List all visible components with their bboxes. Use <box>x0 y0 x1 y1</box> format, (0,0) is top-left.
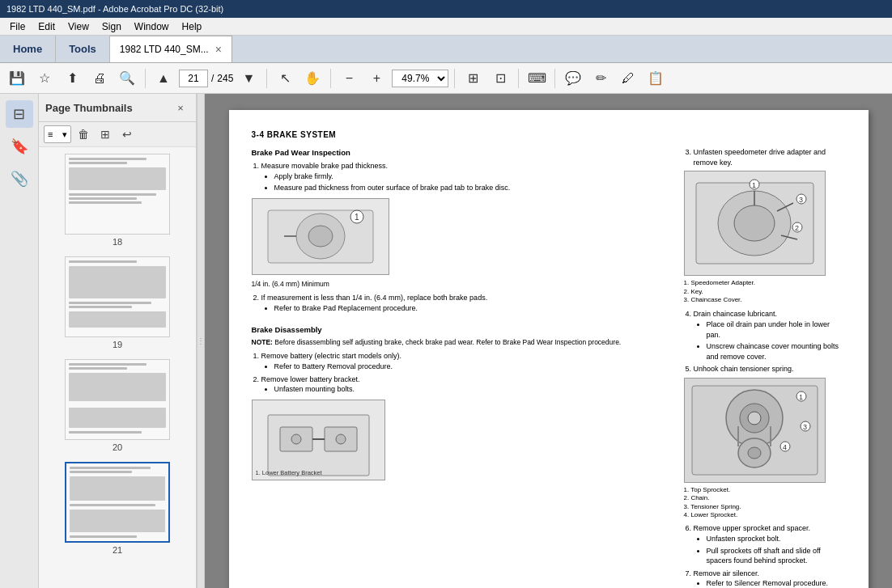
brake-steps-continued: If measurement is less than 1/4 in. (6.4… <box>252 293 668 313</box>
right-col-steps: Unfasten speedometer drive adapter and r… <box>684 147 846 167</box>
right-step-6: Remove upper sprocket and spacer. Unfast… <box>694 523 846 565</box>
thumbnails-header: Page Thumbnails × <box>39 94 196 122</box>
thumbnails-list: 18 19 <box>39 147 196 588</box>
keyboard-button[interactable]: ⌨ <box>525 67 549 90</box>
resize-handle[interactable]: ⋮ <box>197 94 205 588</box>
lower-battery-label: 1. Lower Battery Bracket <box>256 469 322 478</box>
svg-point-14 <box>734 205 775 241</box>
right-col-steps-2: Drain chaincase lubricant. Place oil dra… <box>684 309 846 374</box>
menu-window[interactable]: Window <box>128 19 176 34</box>
zoom-in-button[interactable]: + <box>364 67 389 90</box>
menu-sign[interactable]: Sign <box>96 19 128 34</box>
tab-tools[interactable]: Tools <box>56 36 110 62</box>
page-separator: / <box>211 73 214 84</box>
save-button[interactable]: 💾 <box>5 67 29 90</box>
marquee-zoom-button[interactable]: ⊡ <box>488 67 512 90</box>
svg-point-27 <box>748 412 761 425</box>
disassembly-steps: Remove battery (electric start models on… <box>252 351 668 394</box>
reduce-button[interactable]: 🔍 <box>115 67 139 90</box>
thumbnail-page-18[interactable]: 18 <box>65 154 170 247</box>
brake-bullet-3: Refer to Brake Pad Replacement procedure… <box>274 303 668 314</box>
speedometer-adapter-figure: 3 2 1 <box>684 171 826 276</box>
rotate-page-button[interactable]: ↩ <box>117 125 137 143</box>
thumbnail-page-label-19: 19 <box>113 340 122 349</box>
svg-point-10 <box>291 434 301 444</box>
thumbnail-page-21[interactable]: 21 <box>65 462 170 555</box>
right-step-7: Remove air silencer. Refer to Silencer R… <box>694 569 846 588</box>
zoom-select[interactable]: 49.7% 25% 50% 75% 100% 150% 200% <box>392 70 448 87</box>
tab-home[interactable]: Home <box>0 36 56 62</box>
left-column: Brake Pad Wear Inspection Measure movabl… <box>252 147 668 588</box>
hand-tool-button[interactable]: ✋ <box>300 67 325 90</box>
page-nav: / 245 <box>179 70 233 87</box>
left-panel: ⊟ 🔖 📎 <box>0 94 39 588</box>
battery-bracket-figure: 1. Lower Battery Bracket <box>252 400 385 480</box>
brake-bullet-1: Apply brake firmly. <box>274 171 668 182</box>
thumbnail-image-18 <box>65 154 170 235</box>
page-number-input[interactable] <box>179 70 208 87</box>
close-tab-button[interactable]: × <box>215 44 222 55</box>
right-step-4: Drain chaincase lubricant. Place oil dra… <box>694 309 846 362</box>
main-area: ⊟ 🔖 📎 Page Thumbnails × ≡▾ 🗑 ⊞ ↩ <box>0 94 892 588</box>
toolbar-separator-4 <box>454 69 455 88</box>
toolbar-separator-5 <box>518 69 519 88</box>
title-bar: 1982 LTD 440_SM.pdf - Adobe Acrobat Pro … <box>0 0 892 18</box>
page-thumbnails-panel-icon[interactable]: ⊟ <box>6 100 33 128</box>
thumbnail-page-label-21: 21 <box>113 545 122 555</box>
svg-text:1: 1 <box>799 393 803 401</box>
document-view: 3-4 BRAKE SYSTEM Brake Pad Wear Inspecti… <box>205 94 892 588</box>
thumbnails-panel: Page Thumbnails × ≡▾ 🗑 ⊞ ↩ <box>39 94 197 588</box>
menu-bar: File Edit View Sign Window Help <box>0 18 892 36</box>
toolbar-separator-1 <box>145 69 146 88</box>
thumbnail-image-19 <box>65 256 170 337</box>
menu-view[interactable]: View <box>62 19 96 34</box>
print-button[interactable]: 🖨 <box>87 67 112 90</box>
thumbnail-page-20[interactable]: 20 <box>65 359 170 452</box>
thumbnail-page-19[interactable]: 19 <box>65 256 170 349</box>
attachments-panel-icon[interactable]: 📎 <box>6 165 33 192</box>
prev-page-button[interactable]: ▲ <box>151 67 176 90</box>
menu-edit[interactable]: Edit <box>32 19 62 34</box>
comment-button[interactable]: 💬 <box>561 67 585 90</box>
svg-text:3: 3 <box>803 423 807 431</box>
thumbnail-page-label-20: 20 <box>113 442 122 452</box>
highlight-button[interactable]: 🖊 <box>616 67 640 90</box>
delete-page-button[interactable]: 🗑 <box>74 125 93 143</box>
right-column: Unfasten speedometer drive adapter and r… <box>684 147 846 588</box>
thumbnails-title: Page Thumbnails <box>45 102 133 114</box>
tab-doc-label: 1982 LTD 440_SM... <box>120 44 209 55</box>
next-page-button[interactable]: ▼ <box>236 67 261 90</box>
app-title: 1982 LTD 440_SM.pdf - Adobe Acrobat Pro … <box>6 4 223 14</box>
brake-pad-title: Brake Pad Wear Inspection <box>252 147 668 158</box>
toolbar-separator-6 <box>554 69 555 88</box>
right-col-steps-3: Remove upper sprocket and spacer. Unfast… <box>684 523 846 588</box>
pen-button[interactable]: ✏ <box>588 67 613 90</box>
cursor-tool-button[interactable]: ↖ <box>273 67 297 90</box>
bookmarks-panel-icon[interactable]: 🔖 <box>6 133 33 160</box>
disassembly-step-1: Remove battery (electric start models on… <box>261 351 668 371</box>
thumbnail-image-21 <box>65 462 170 543</box>
thumbnail-options-dropdown[interactable]: ≡▾ <box>44 125 71 143</box>
svg-text:3: 3 <box>799 196 803 204</box>
close-thumbnails-button[interactable]: × <box>172 99 189 116</box>
svg-text:4: 4 <box>783 443 787 451</box>
pan-zoom-button[interactable]: ⊞ <box>461 67 485 90</box>
menu-file[interactable]: File <box>3 19 32 34</box>
svg-text:1: 1 <box>752 181 756 189</box>
upload-button[interactable]: ⬆ <box>60 67 84 90</box>
section-title: 3-4 BRAKE SYSTEM <box>252 129 846 141</box>
brake-disassembly-section: Brake Disassembly NOTE: Before disassemb… <box>252 324 668 480</box>
zoom-out-button[interactable]: − <box>337 67 361 90</box>
total-pages: 245 <box>217 73 233 84</box>
disassembly-step-2: Remove lower battery bracket. Unfasten m… <box>261 374 668 395</box>
insert-page-button[interactable]: ⊞ <box>96 125 115 143</box>
menu-help[interactable]: Help <box>176 19 209 34</box>
toolbar-separator-3 <box>330 69 331 88</box>
toolbar: 💾 ☆ ⬆ 🖨 🔍 ▲ / 245 ▼ ↖ ✋ − + 49.7% 25% 50… <box>0 63 892 94</box>
star-button[interactable]: ☆ <box>32 67 57 90</box>
stamp-button[interactable]: 📋 <box>644 67 668 90</box>
tab-document[interactable]: 1982 LTD 440_SM... × <box>110 36 232 62</box>
note-text: NOTE: Before disassembling self adjustin… <box>252 338 668 348</box>
page-content-columns: Brake Pad Wear Inspection Measure movabl… <box>252 147 846 588</box>
brake-diagram-figure: 1 <box>252 198 389 275</box>
